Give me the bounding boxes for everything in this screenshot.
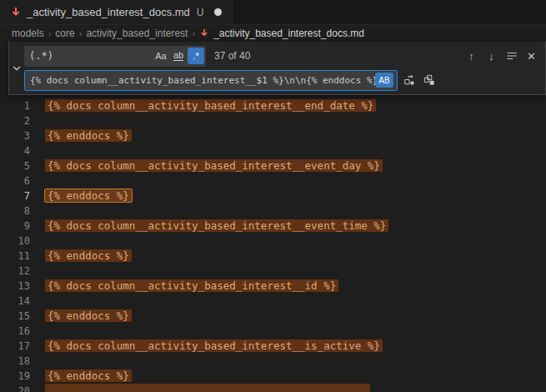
match-case-icon: Aa [155,51,166,61]
editor-line[interactable]: 2 [0,113,546,128]
replace-row: {% docs column__activity_based_interest_… [24,69,540,91]
unsaved-changes-dot[interactable] [214,8,222,16]
editor-line[interactable]: 19{% enddocs %} [0,369,546,384]
search-match: {% enddocs %} [45,249,132,262]
line-content: {% docs column__activity_based_interest_… [48,219,388,234]
editor-line[interactable]: 13{% docs column__activity_based_interes… [0,279,546,294]
git-status-badge: U [197,7,204,18]
replace-input[interactable]: {% docs column__activity_based_interest_… [24,70,398,91]
search-match: {% docs column__activity_based_interest_… [45,339,383,352]
editor-line[interactable]: 1{% docs column__activity_based_interest… [0,98,546,113]
current-search-match: {% enddocs %} [45,189,132,202]
replace-all-button[interactable] [420,72,438,89]
editor-line[interactable]: 16 [0,324,546,339]
line-number: 16 [0,324,30,339]
line-number: 3 [0,128,30,143]
line-content [48,384,370,392]
regex-icon: .* [193,51,198,61]
editor-line[interactable]: 6 [0,173,546,188]
editor-line[interactable]: 14 [0,294,546,309]
search-match: {% docs column__activity_based_interest_… [45,159,383,172]
arrow-down-icon: ↓ [488,50,494,63]
search-match: {% docs column__activity_based_interest_… [45,219,388,232]
chevron-right-icon: › [192,28,195,38]
search-match: {% enddocs %} [45,369,132,382]
preserve-case-toggle[interactable]: AB [375,73,393,88]
line-content: {% enddocs %} [48,128,132,143]
editor-line[interactable]: 12 [0,264,546,279]
match-case-toggle[interactable]: Aa [153,48,169,64]
regex-toggle[interactable]: .* [188,48,204,64]
editor-line[interactable]: 8 [0,204,546,219]
line-number: 13 [0,279,30,294]
replace-button[interactable] [400,72,418,89]
file-type-icon [199,28,209,38]
editor-line[interactable]: 11{% enddocs %} [0,249,546,264]
find-row: (.*) Aa ab .* 37 of 40 ↑ ↓ [24,45,540,67]
previous-match-button[interactable]: ↑ [463,48,480,65]
selection-lines-icon [506,50,518,62]
whole-word-toggle[interactable]: ab [170,48,187,64]
line-number: 4 [0,143,30,158]
replace-icon [403,74,415,86]
breadcrumb-item-file[interactable]: _activity_based_interest_docs.md [199,28,364,39]
editor-line[interactable]: 3{% enddocs %} [0,128,546,143]
editor-line[interactable]: 7{% enddocs %} [0,188,546,204]
find-replace-widget: (.*) Aa ab .* 37 of 40 ↑ ↓ [8,42,546,95]
editor-line[interactable]: 20 [0,384,546,392]
replace-input-value: {% docs column__activity_based_interest_… [30,75,375,86]
editor-line[interactable]: 15{% enddocs %} [0,309,546,324]
find-in-selection-button[interactable] [503,48,520,65]
line-number: 1 [0,98,30,113]
line-number: 17 [0,339,30,354]
search-match: {% docs column__activity_based_interest_… [45,99,376,112]
line-number: 6 [0,173,30,188]
chevron-down-icon [11,63,23,74]
line-number: 14 [0,294,30,309]
line-content: {% enddocs %} [48,249,132,264]
line-number: 5 [0,158,30,173]
line-number: 8 [0,204,30,219]
match-count: 37 of 40 [214,50,250,62]
editor-line[interactable]: 18 [0,354,546,369]
editor-line[interactable]: 17{% docs column__activity_based_interes… [0,339,546,354]
line-content: {% enddocs %} [48,309,132,324]
breadcrumb-item-core[interactable]: core [55,28,74,39]
file-type-icon [10,7,22,18]
tab-bar: _activity_based_interest_docs.md U [0,0,546,25]
line-content: {% enddocs %} [48,188,132,204]
line-number: 20 [0,384,30,392]
search-match: {% enddocs %} [45,129,132,142]
close-icon: ✕ [527,50,536,63]
whole-word-icon: ab [173,51,183,61]
toggle-replace-button[interactable] [9,42,24,94]
next-match-button[interactable]: ↓ [483,48,500,65]
breadcrumb-item-models[interactable]: models [12,28,44,39]
editor-line[interactable]: 5{% docs column__activity_based_interest… [0,158,546,173]
editor-tab[interactable]: _activity_based_interest_docs.md U [0,0,233,24]
editor-line[interactable]: 9{% docs column__activity_based_interest… [0,219,546,234]
preserve-case-icon: AB [378,76,389,85]
arrow-up-icon: ↑ [468,50,474,63]
line-number: 15 [0,309,30,324]
find-input-value: (.*) [29,50,53,62]
close-find-button[interactable]: ✕ [523,48,540,65]
find-input[interactable]: (.*) Aa ab .* [24,46,206,67]
editor-line[interactable]: 10 [0,234,546,249]
line-content: {% docs column__activity_based_interest_… [48,339,383,354]
editor-line[interactable]: 4 [0,143,546,158]
breadcrumb-item-activity-based-interest[interactable]: activity_based_interest [86,28,188,39]
line-content: {% docs column__activity_based_interest_… [48,279,338,294]
line-number: 10 [0,234,30,249]
tab-title: _activity_based_interest_docs.md [27,6,190,18]
line-number: 2 [0,113,30,128]
search-match [45,384,370,392]
breadcrumb-file-label: _activity_based_interest_docs.md [213,28,364,39]
replace-all-icon [423,74,435,86]
line-number: 11 [0,249,30,264]
line-content: {% docs column__activity_based_interest_… [48,98,376,113]
chevron-right-icon: › [79,28,83,38]
line-number: 7 [0,188,30,204]
line-number: 12 [0,264,30,279]
line-content: {% docs column__activity_based_interest_… [48,158,383,173]
